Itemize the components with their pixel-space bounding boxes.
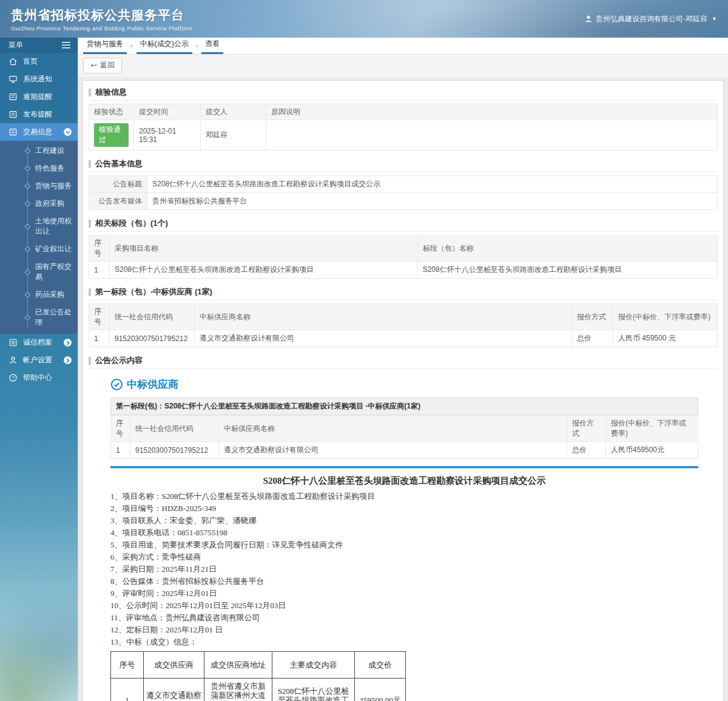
row-index: 1 bbox=[111, 442, 130, 459]
monitor-icon bbox=[8, 75, 18, 84]
column-header: 报价方式 bbox=[567, 416, 606, 442]
field-value: S208仁怀十八公里桩至苍头坝路面改造工程勘察设计采购项目成交公示 bbox=[147, 176, 718, 193]
supplier-name: 遵义市交通勘察设计有限公司 bbox=[219, 442, 567, 459]
sidebar-subitem[interactable]: 特色服务 bbox=[0, 160, 78, 177]
breadcrumb-separator-icon: › bbox=[127, 42, 136, 54]
back-icon: ↩ bbox=[90, 61, 97, 69]
column-header: 提交人 bbox=[201, 104, 266, 120]
section-marker bbox=[89, 160, 91, 168]
column-header: 报价(中标价、下浮率或费率) bbox=[606, 416, 698, 442]
breadcrumb: 货物与服务 › 中标(成交)公示 › 查看 bbox=[78, 38, 728, 55]
breadcrumb-item-award-notice[interactable]: 中标(成交)公示 bbox=[136, 38, 192, 54]
column-header: 核验状态 bbox=[89, 104, 134, 120]
project-name: S208仁怀十八公里桩至苍头坝路面改造工程勘察设计采购项目 bbox=[110, 262, 418, 279]
sidebar-item-label: 帐户设置 bbox=[23, 355, 52, 365]
column-header: 成交价 bbox=[355, 652, 406, 679]
section-header: 公告公示内容 bbox=[89, 353, 718, 369]
row-index: 1 bbox=[111, 679, 144, 701]
sidebar-subitem[interactable]: 政府采购 bbox=[0, 195, 78, 212]
reason bbox=[266, 120, 718, 151]
circle-check-icon bbox=[110, 378, 123, 391]
column-header: 成交供应商地址 bbox=[204, 652, 272, 679]
section-marker bbox=[89, 357, 91, 365]
sidebar-subitem[interactable]: 矿业权出让 bbox=[0, 240, 78, 258]
section-title: 核验信息 bbox=[95, 87, 127, 98]
list-icon bbox=[8, 338, 18, 347]
column-header: 序号 bbox=[111, 652, 144, 679]
sidebar-item-label: 诚信档案 bbox=[23, 337, 52, 348]
package-name: S208仁怀十八公里桩至苍头坝路面改造工程勘察设计采购项目 bbox=[417, 262, 717, 279]
svg-text:?: ? bbox=[12, 375, 14, 381]
column-header: 中标供应商名称 bbox=[219, 416, 567, 442]
sidebar-item-credit-archive[interactable]: 诚信档案 bbox=[0, 334, 78, 351]
announcement-line: 9、评审时间：2025年12月01日 bbox=[110, 588, 698, 600]
announcement-line: 6、采购方式：竞争性磋商 bbox=[110, 551, 698, 563]
sidebar-subitem[interactable]: 药品采购 bbox=[0, 286, 78, 303]
document-icon bbox=[8, 127, 18, 137]
related-packages-table: 序号 采购项目名称 标段（包）名称 1 S208仁怀十八公里桩至苍头坝路面改造工… bbox=[89, 235, 718, 279]
announcement-line: 13、中标（成交）信息： bbox=[110, 636, 698, 648]
quote-value: 人民币459500元 bbox=[606, 442, 698, 459]
submitter: 邓廷容 bbox=[201, 120, 266, 151]
section-winning-supplier: 第一标段（包）-中标供应商 (1家) 序号 统一社会信用代码 中标供应商名称 报… bbox=[83, 280, 723, 349]
quote-type: 总价 bbox=[567, 442, 606, 459]
sidebar-item-label: 逾期提醒 bbox=[23, 92, 52, 102]
header: 贵州省招标投标公共服务平台 GuiZhou Province Tendering… bbox=[0, 0, 728, 38]
column-header: 统一社会信用代码 bbox=[110, 304, 195, 330]
row-index: 1 bbox=[89, 262, 110, 279]
sidebar-subitem[interactable]: 货物与服务 bbox=[0, 177, 78, 195]
breadcrumb-item-goods-services[interactable]: 货物与服务 bbox=[83, 38, 127, 54]
sidebar-subitem[interactable]: 已发公告处理 bbox=[0, 303, 78, 331]
announcement-body: 中标供应商 第一标段(包)：S208仁怀十八公里桩至苍头坝路面改造工程勘察设计采… bbox=[89, 369, 718, 701]
sidebar-item-publish-reminder[interactable]: 发布提醒 bbox=[0, 106, 78, 123]
sidebar-subitem[interactable]: 国有产权交易 bbox=[0, 258, 78, 286]
sidebar-subitem[interactable]: 土地使用权出让 bbox=[0, 212, 78, 240]
sidebar-item-label: 首页 bbox=[23, 56, 38, 67]
field-label: 公告标题 bbox=[89, 176, 147, 193]
breadcrumb-item-view[interactable]: 查看 bbox=[201, 38, 223, 54]
sidebar-item-home[interactable]: 首页 bbox=[0, 53, 78, 70]
section-title: 相关标段（包）(1个) bbox=[95, 218, 168, 229]
quote-type: 总价 bbox=[572, 330, 613, 347]
sidebar-item-system-notice[interactable]: 系统通知 bbox=[0, 70, 78, 88]
column-header: 报价方式 bbox=[572, 304, 613, 330]
section-marker bbox=[89, 220, 91, 228]
page-subtitle: GuiZhou Province Tendering and Bidding P… bbox=[11, 25, 192, 32]
sidebar-item-help-center[interactable]: ? 帮助中心 bbox=[0, 369, 78, 387]
menu-label: 菜单 bbox=[8, 40, 23, 50]
main-content: 货物与服务 › 中标(成交)公示 › 查看 ↩ 返回 核验信息 bbox=[78, 38, 728, 701]
quote-value: 人民币 459500 元 bbox=[613, 330, 718, 347]
sidebar-item-transaction-info[interactable]: 交易信息 bbox=[0, 123, 78, 141]
column-header: 序号 bbox=[89, 235, 110, 262]
sidebar-item-account-settings[interactable]: 帐户设置 bbox=[0, 351, 78, 369]
section-title: 第一标段（包）-中标供应商 (1家) bbox=[95, 286, 212, 297]
column-header: 成交供应商 bbox=[144, 652, 204, 679]
sidebar-item-label: 交易信息 bbox=[23, 127, 52, 137]
home-icon bbox=[8, 57, 18, 66]
column-header: 标段（包）名称 bbox=[417, 235, 717, 262]
section-header: 第一标段（包）-中标供应商 (1家) bbox=[89, 285, 718, 300]
chevron-right-icon bbox=[64, 339, 72, 347]
credit-code: 915203007501795212 bbox=[110, 330, 195, 347]
table-row: 公告发布媒体 贵州省招标投标公共服务平台 bbox=[89, 193, 718, 210]
winning-supplier-title: 中标供应商 bbox=[127, 378, 178, 391]
sidebar-item-label: 帮助中心 bbox=[23, 373, 52, 383]
document-icon bbox=[8, 110, 18, 119]
hamburger-icon[interactable] bbox=[62, 42, 70, 49]
award-content: S208仁怀十八公里桩至苍头坝路面改造工程勘察设计采购项目 bbox=[272, 679, 355, 701]
table-row: 核验通过 2025-12-01 15:31 邓廷容 bbox=[89, 120, 718, 151]
section-header: 核验信息 bbox=[89, 85, 718, 101]
user-menu[interactable]: 贵州弘典建设咨询有限公司-邓廷容 ▼ bbox=[584, 14, 717, 24]
chevron-down-icon bbox=[64, 128, 72, 136]
section-marker bbox=[89, 288, 91, 296]
sidebar-item-overdue-reminder[interactable]: 逾期提醒 bbox=[0, 88, 78, 106]
announcement-line: 2、项目编号：HDZB-2025-349 bbox=[110, 503, 698, 515]
breadcrumb-separator-icon: › bbox=[192, 42, 202, 54]
column-header: 序号 bbox=[89, 304, 110, 330]
sidebar-subitem[interactable]: 工程建设 bbox=[0, 142, 78, 160]
winning-supplier-table: 序号 统一社会信用代码 中标供应商名称 报价方式 报价(中标价、下浮率或费率) … bbox=[89, 303, 718, 347]
section-announcement-content: 公告公示内容 中标供应商 第一标段(包)：S208仁怀十八公里桩至苍头坝路面改造… bbox=[83, 349, 723, 701]
back-button[interactable]: ↩ 返回 bbox=[83, 58, 122, 73]
app-root: 贵州省招标投标公共服务平台 GuiZhou Province Tendering… bbox=[0, 0, 728, 701]
field-value: 贵州省招标投标公共服务平台 bbox=[147, 193, 718, 210]
